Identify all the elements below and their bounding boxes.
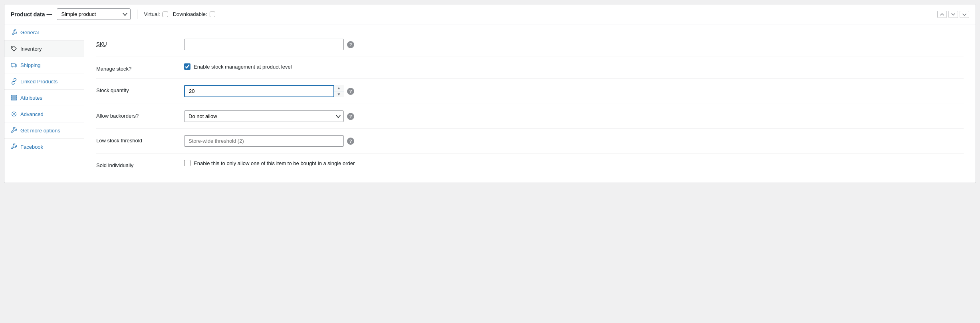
- svg-point-2: [12, 66, 13, 67]
- stock-quantity-input[interactable]: [184, 85, 344, 97]
- sidebar-item-get-more-options[interactable]: Get more options: [4, 122, 84, 139]
- downloadable-label: Downloadable:: [173, 11, 207, 17]
- stock-quantity-label: Stock quantity: [96, 85, 184, 93]
- svg-point-7: [13, 113, 15, 115]
- sidebar-label-attributes: Attributes: [20, 95, 42, 101]
- sold-individually-checkbox-label[interactable]: Enable this to only allow one of this it…: [184, 160, 355, 166]
- backorders-select[interactable]: Do not allow Allow, but notify customer …: [184, 110, 344, 122]
- virtual-label: Virtual:: [144, 11, 160, 17]
- low-stock-threshold-input[interactable]: [184, 135, 344, 147]
- sidebar-label-linked-products: Linked Products: [20, 79, 58, 85]
- main-content: SKU ? Manage stock? Enable stock managem…: [84, 24, 976, 183]
- sku-label: SKU: [96, 39, 184, 47]
- header-divider: [137, 10, 137, 19]
- shipping-icon: [11, 62, 17, 68]
- svg-rect-4: [11, 95, 17, 97]
- manage-stock-field: Enable stock management at product level: [184, 63, 964, 70]
- svg-point-3: [15, 66, 16, 67]
- svg-rect-6: [11, 99, 17, 100]
- manage-stock-label: Manage stock?: [96, 63, 184, 72]
- sidebar-item-inventory[interactable]: Inventory: [4, 41, 84, 57]
- nav-expand-button[interactable]: [960, 11, 969, 18]
- link-icon: [11, 78, 17, 85]
- downloadable-group: Downloadable:: [173, 11, 215, 17]
- svg-rect-5: [11, 97, 17, 98]
- sidebar-label-advanced: Advanced: [20, 111, 44, 117]
- spinner-up-button[interactable]: ▲: [334, 85, 344, 91]
- manage-stock-row: Manage stock? Enable stock management at…: [96, 57, 964, 79]
- low-stock-threshold-label: Low stock threshold: [96, 135, 184, 144]
- panel-body: General Inventory Shipping: [4, 24, 976, 183]
- svg-point-0: [12, 47, 13, 48]
- virtual-group: Virtual:: [144, 11, 168, 17]
- backorders-help-icon[interactable]: ?: [347, 113, 354, 120]
- allow-backorders-label: Allow backorders?: [96, 110, 184, 119]
- number-spinners: ▲ ▼: [333, 85, 344, 97]
- gear-icon: [11, 111, 17, 117]
- sidebar-item-attributes[interactable]: Attributes: [4, 90, 84, 106]
- sidebar-label-general: General: [20, 30, 39, 35]
- low-stock-threshold-field: ?: [184, 135, 964, 147]
- sold-individually-field: Enable this to only allow one of this it…: [184, 160, 964, 166]
- sku-help-icon[interactable]: ?: [347, 41, 354, 48]
- wrench-icon: [11, 29, 17, 35]
- sold-individually-checkbox[interactable]: [184, 160, 190, 166]
- sidebar-label-facebook: Facebook: [20, 144, 43, 150]
- sidebar-item-linked-products[interactable]: Linked Products: [4, 73, 84, 90]
- sidebar: General Inventory Shipping: [4, 24, 84, 183]
- panel-title: Product data —: [11, 11, 52, 18]
- sku-input[interactable]: [184, 39, 344, 50]
- nav-up-button[interactable]: [937, 11, 947, 18]
- backorders-select-wrapper: Do not allow Allow, but notify customer …: [184, 110, 344, 122]
- allow-backorders-field: Do not allow Allow, but notify customer …: [184, 110, 964, 122]
- nav-down-button[interactable]: [948, 11, 958, 18]
- sidebar-label-shipping: Shipping: [20, 62, 41, 68]
- list-icon: [11, 95, 17, 101]
- sku-row: SKU ?: [96, 32, 964, 57]
- sidebar-item-facebook[interactable]: Facebook: [4, 139, 84, 155]
- low-stock-threshold-row: Low stock threshold ?: [96, 129, 964, 154]
- header-nav-buttons: [937, 11, 969, 18]
- sold-individually-row: Sold individually Enable this to only al…: [96, 154, 964, 175]
- sku-field: ?: [184, 39, 964, 50]
- tag-icon: [11, 45, 17, 52]
- sidebar-item-shipping[interactable]: Shipping: [4, 57, 84, 73]
- panel-header: Product data — Simple product Grouped pr…: [4, 4, 976, 24]
- sidebar-item-advanced[interactable]: Advanced: [4, 106, 84, 122]
- product-type-wrapper: Simple product Grouped product External/…: [57, 8, 131, 20]
- downloadable-checkbox[interactable]: [210, 12, 215, 17]
- product-type-select[interactable]: Simple product Grouped product External/…: [57, 8, 131, 20]
- stock-quantity-wrapper: ▲ ▼: [184, 85, 344, 97]
- spinner-down-button[interactable]: ▼: [334, 91, 344, 97]
- stock-quantity-help-icon[interactable]: ?: [347, 88, 354, 95]
- allow-backorders-row: Allow backorders? Do not allow Allow, bu…: [96, 104, 964, 129]
- sold-individually-label-text: Sold individually: [96, 160, 184, 168]
- svg-rect-1: [11, 63, 15, 66]
- stock-quantity-row: Stock quantity ▲ ▼ ?: [96, 79, 964, 104]
- stock-quantity-field: ▲ ▼ ?: [184, 85, 964, 97]
- low-stock-help-icon[interactable]: ?: [347, 138, 354, 145]
- sidebar-label-inventory: Inventory: [20, 46, 42, 52]
- sidebar-label-get-more-options: Get more options: [20, 128, 60, 134]
- sidebar-item-general[interactable]: General: [4, 24, 84, 41]
- manage-stock-checkbox-label[interactable]: Enable stock management at product level: [184, 63, 292, 70]
- facebook-icon: [11, 144, 17, 150]
- product-data-panel: Product data — Simple product Grouped pr…: [4, 4, 976, 183]
- manage-stock-checkbox[interactable]: [184, 63, 190, 70]
- virtual-checkbox[interactable]: [163, 12, 168, 17]
- plus-wrench-icon: [11, 127, 17, 134]
